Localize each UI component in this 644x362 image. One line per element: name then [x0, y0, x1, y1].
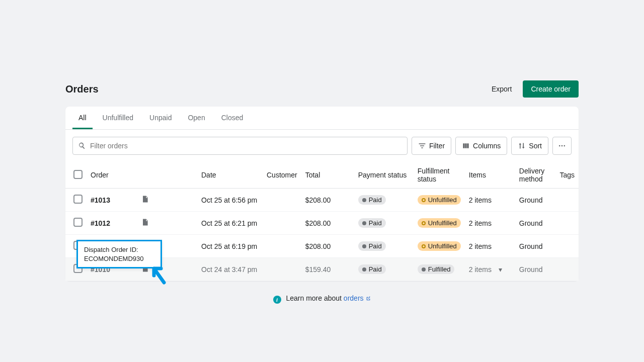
order-delivery: Ground [515, 189, 556, 212]
sort-button[interactable]: Sort [511, 137, 548, 155]
search-icon [78, 142, 86, 150]
columns-icon [462, 142, 470, 150]
col-delivery[interactable]: Delivery method [515, 162, 556, 189]
order-customer [263, 235, 301, 258]
payment-badge: Paid [358, 264, 386, 274]
order-date: Oct 25 at 6:21 pm [197, 212, 263, 235]
row-checkbox[interactable] [73, 195, 83, 204]
tab-open[interactable]: Open [182, 107, 211, 129]
chevron-down-icon[interactable]: ▾ [499, 265, 502, 274]
col-date[interactable]: Date [197, 162, 263, 189]
tab-unpaid[interactable]: Unpaid [143, 107, 178, 129]
learn-more-prefix: Learn more about [286, 294, 343, 302]
col-total[interactable]: Total [301, 162, 354, 189]
columns-button[interactable]: Columns [455, 137, 507, 155]
note-icon [141, 218, 149, 226]
svg-point-2 [564, 145, 566, 147]
col-customer[interactable]: Customer [263, 162, 301, 189]
more-icon [558, 142, 566, 150]
fulfillment-badge: Unfulfilled [418, 218, 461, 228]
order-customer [263, 189, 301, 212]
order-total: $159.40 [301, 258, 354, 281]
info-icon: i [273, 296, 281, 304]
fulfillment-badge: Fulfilled [418, 264, 455, 274]
search-wrap[interactable] [72, 137, 408, 155]
sort-label: Sort [529, 142, 542, 150]
page-title: Orders [65, 83, 99, 95]
order-date: Oct 25 at 6:56 pm [197, 189, 263, 212]
learn-more: i Learn more about orders [65, 281, 579, 309]
search-input[interactable] [90, 142, 402, 150]
col-tags[interactable]: Tags [555, 162, 579, 189]
note-icon [141, 195, 149, 203]
order-date: Oct 24 at 3:47 pm [197, 258, 263, 281]
order-id[interactable]: #1012 [91, 219, 110, 227]
order-tags [555, 212, 579, 235]
payment-badge: Paid [358, 195, 386, 205]
tab-closed[interactable]: Closed [215, 107, 250, 129]
tab-unfulfilled[interactable]: Unfulfilled [97, 107, 139, 129]
order-customer [263, 212, 301, 235]
tab-all[interactable]: All [72, 107, 93, 129]
payment-badge: Paid [358, 218, 386, 228]
order-items: 2 items [465, 189, 515, 212]
order-total: $208.00 [301, 235, 354, 258]
order-tags [555, 235, 579, 258]
order-total: $208.00 [301, 189, 354, 212]
tabs: All Unfulfilled Unpaid Open Closed [65, 107, 579, 130]
order-items: 2 items▾ [465, 258, 515, 281]
table-row[interactable]: #1013 Oct 25 at 6:56 pm $208.00 Paid Unf… [65, 189, 579, 212]
col-payment[interactable]: Payment status [354, 162, 414, 189]
dispatch-callout: Dispatch Order ID: ECOMONDEMD930 [76, 240, 162, 268]
more-actions-button[interactable] [552, 137, 572, 155]
order-items: 2 items [465, 212, 515, 235]
filter-icon [418, 142, 426, 150]
sort-icon [518, 142, 526, 150]
order-items: 2 items [465, 235, 515, 258]
col-order[interactable]: Order [87, 162, 197, 189]
svg-point-0 [559, 145, 560, 147]
payment-badge: Paid [358, 241, 386, 251]
filter-button[interactable]: Filter [412, 137, 451, 155]
callout-line2: ECOMONDEMD930 [84, 254, 154, 263]
fulfillment-badge: Unfulfilled [418, 241, 461, 251]
orders-card: All Unfulfilled Unpaid Open Closed Filte… [65, 107, 579, 281]
learn-more-link[interactable]: orders [344, 294, 371, 302]
col-fulfillment[interactable]: Fulfillment status [414, 162, 465, 189]
export-button[interactable]: Export [487, 81, 517, 97]
order-id[interactable]: #1013 [91, 196, 110, 204]
arrow-annotation [151, 265, 168, 286]
order-tags [555, 189, 579, 212]
order-delivery: Ground [515, 235, 556, 258]
order-delivery: Ground [515, 212, 556, 235]
order-tags [555, 258, 579, 281]
external-link-icon [365, 296, 371, 301]
order-delivery: Ground [515, 258, 556, 281]
order-total: $208.00 [301, 212, 354, 235]
col-items[interactable]: Items [465, 162, 515, 189]
fulfillment-badge: Unfulfilled [418, 195, 461, 205]
table-row[interactable]: #1012 Oct 25 at 6:21 pm $208.00 Paid Unf… [65, 212, 579, 235]
svg-point-1 [561, 145, 563, 147]
row-checkbox[interactable] [73, 218, 83, 227]
columns-label: Columns [473, 142, 501, 150]
filter-label: Filter [429, 142, 445, 150]
select-all-checkbox[interactable] [73, 170, 83, 179]
create-order-button[interactable]: Create order [523, 80, 579, 98]
callout-line1: Dispatch Order ID: [84, 245, 154, 254]
order-date: Oct 25 at 6:19 pm [197, 235, 263, 258]
order-customer [263, 258, 301, 281]
